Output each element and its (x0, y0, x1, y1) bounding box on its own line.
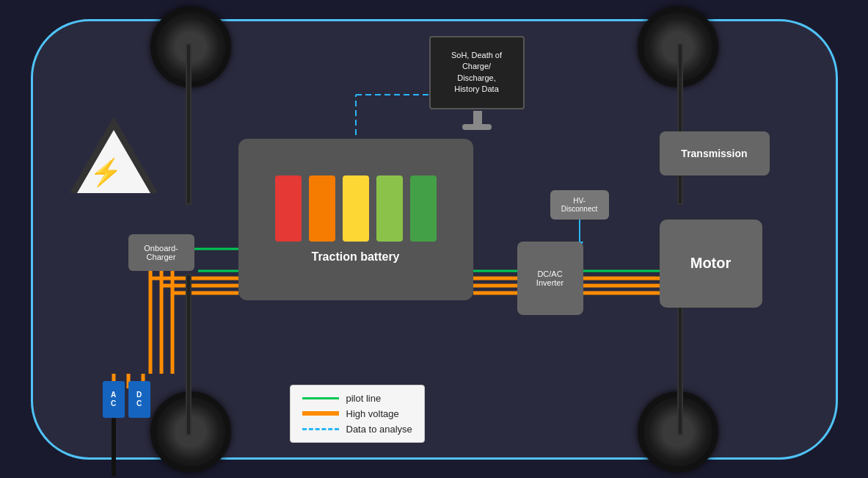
charging-cable (112, 418, 116, 477)
legend: pilot line High voltage Data to analyse (290, 385, 425, 443)
traction-battery: Traction battery (238, 139, 473, 300)
battery-bar-2 (309, 175, 335, 242)
battery-bar-3 (343, 175, 369, 242)
legend-icon-pilot (302, 397, 339, 399)
battery-bar-4 (376, 175, 403, 242)
dcac-inverter: DC/ACInverter (517, 242, 583, 315)
axle-front-right (677, 43, 683, 205)
motor: Motor (660, 220, 762, 308)
legend-item-data: Data to analyse (302, 424, 412, 435)
legend-item-hv: High voltage (302, 408, 412, 419)
axle-front-left (186, 43, 192, 205)
legend-icon-hv (302, 411, 339, 416)
battery-label: Traction battery (311, 250, 399, 264)
axle-rear-left (186, 274, 192, 435)
monitor-base (462, 124, 492, 130)
hv-disconnect: HV-Disconnect (550, 190, 609, 220)
lightning-icon: ⚡ (90, 157, 123, 188)
legend-item-pilot: pilot line (302, 393, 412, 404)
connector-dc: DC (128, 381, 150, 418)
warning-sign: ⚡ (70, 117, 158, 190)
transmission: Transmission (660, 131, 770, 175)
battery-bar-1 (275, 175, 302, 242)
car-diagram: ⚡ Traction battery Onboard- Charger DC/A… (31, 19, 838, 460)
monitor-screen: SoH, Death ofCharge/Discharge,History Da… (429, 36, 525, 109)
battery-bar-5 (410, 175, 437, 242)
connector-ac: AC (103, 381, 125, 418)
monitor-stand (473, 111, 482, 126)
legend-icon-data (302, 428, 339, 430)
onboard-charger: Onboard- Charger (128, 234, 194, 271)
battery-bars (275, 175, 437, 242)
